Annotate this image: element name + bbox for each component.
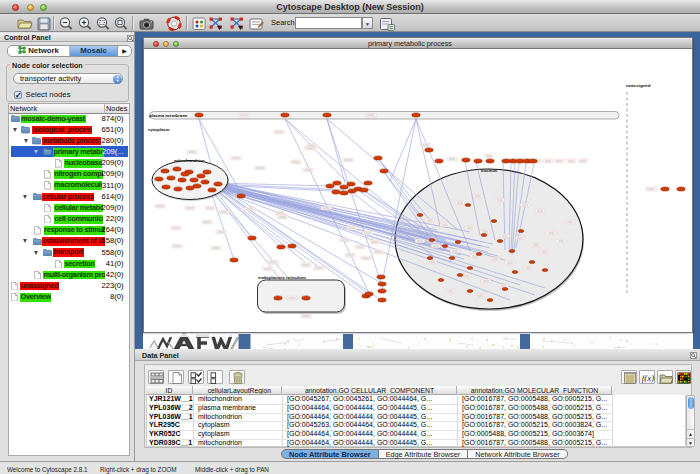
svg-text:plasma membrane: plasma membrane [149, 113, 188, 118]
svg-text:cytoplasm: cytoplasm [148, 127, 170, 132]
svg-text:endoplasmic reticulum: endoplasmic reticulum [258, 275, 306, 280]
svg-text:mitochondrion: mitochondrion [174, 158, 205, 163]
svg-text:nucleus: nucleus [481, 168, 498, 173]
svg-text:unassigned: unassigned [626, 83, 651, 88]
svg-text:f(x): f(x) [642, 373, 655, 383]
